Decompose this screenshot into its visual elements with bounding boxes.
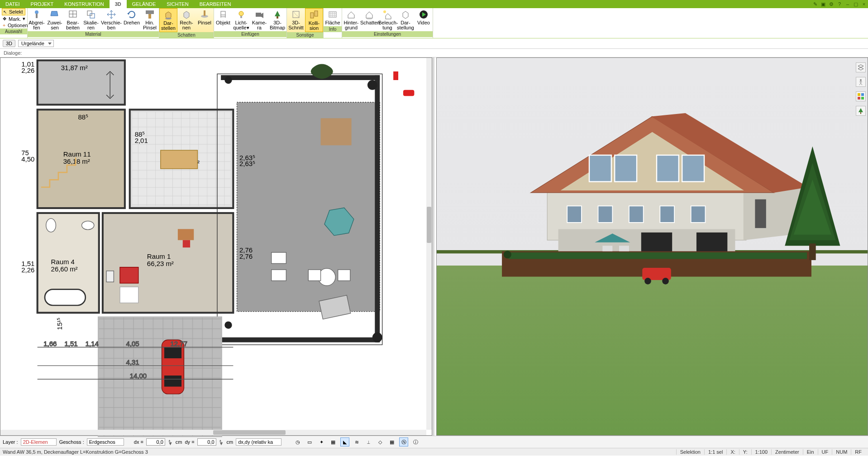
svg-point-41 <box>46 218 56 232</box>
scale-icon <box>85 9 97 20</box>
rechnen-button[interactable]: Rech- nen <box>177 8 196 32</box>
bearbeiten-button[interactable]: Bear- beiten <box>64 8 82 31</box>
layer-label: Layer : <box>3 439 18 445</box>
cube-shadow-icon <box>162 10 175 20</box>
tab-konstruktion[interactable]: KONSTRUKTION <box>59 0 109 8</box>
view-select[interactable]: Urgelände <box>18 40 54 47</box>
plan-2d-pane[interactable]: 1,01 2,26 75 4,50 1,51 2,26 31,87 m² Rau… <box>0 57 432 436</box>
verschieben-button[interactable]: Verschie- ben <box>100 8 123 31</box>
schnitt-button[interactable]: 3D- Schnitt <box>287 8 305 32</box>
darstellung-button[interactable]: Dar- stellung <box>396 8 415 31</box>
svg-rect-50 <box>178 229 194 240</box>
svg-rect-119 <box>602 246 612 251</box>
group-auswahl: ↖Selekt ✥Mark.▾ ＋Optionen Auswahl <box>0 8 28 38</box>
zuweisen-button[interactable]: Zuwei- sen <box>46 8 64 31</box>
splitter[interactable] <box>432 57 434 436</box>
svg-point-58 <box>367 80 377 90</box>
hintergrund-button[interactable]: Hinter- grund <box>342 8 360 31</box>
collision-icon <box>308 10 320 20</box>
group-einfuegen: Objekt Licht- quelle▾ Kame- ra 3D- Bitma… <box>214 8 287 38</box>
tab-gelaende[interactable]: GELÄNDE <box>127 0 162 8</box>
pinsel-button[interactable]: Pinsel <box>196 8 214 32</box>
view-mode-tag[interactable]: 3D <box>3 40 15 47</box>
svg-rect-127 <box>858 93 860 96</box>
camera-icon <box>253 9 266 20</box>
maximize-icon[interactable]: ▢ <box>852 0 860 8</box>
kollision-button[interactable]: Kolli- sion <box>305 8 323 32</box>
svg-rect-65 <box>272 252 286 263</box>
video-button[interactable]: Video <box>415 8 433 31</box>
svg-rect-103 <box>589 155 611 182</box>
svg-rect-55 <box>375 75 380 342</box>
svg-rect-117 <box>508 252 806 259</box>
svg-text:14,00: 14,00 <box>130 372 147 380</box>
group-label: Auswahl <box>0 28 27 34</box>
hinpinsel-button[interactable]: Hin. Pinsel <box>141 8 159 31</box>
bitmap-button[interactable]: 3D- Bitmap <box>268 8 286 31</box>
tab-bearbeiten[interactable]: BEARBEITEN <box>194 0 237 8</box>
status-scale: 1:100 <box>751 449 772 455</box>
svg-text:4,31: 4,31 <box>126 358 139 366</box>
objekt-button[interactable]: Objekt <box>214 8 232 31</box>
svg-text:88⁵: 88⁵ <box>78 113 88 121</box>
mark-button[interactable]: ✥Mark.▾ <box>2 15 25 22</box>
eyedropper-icon <box>30 9 43 20</box>
kamera-button[interactable]: Kame- ra <box>250 8 268 31</box>
tab-datei[interactable]: DATEI <box>0 0 25 8</box>
window-icon[interactable]: ▣ <box>819 0 827 8</box>
svg-rect-106 <box>682 155 704 182</box>
tree-tool-icon[interactable] <box>856 106 866 116</box>
svg-rect-9 <box>204 10 205 16</box>
svg-text:Raum 11: Raum 11 <box>63 150 91 158</box>
svg-rect-6 <box>148 14 151 19</box>
pencil-icon[interactable]: ✎ <box>811 0 819 8</box>
svg-text:36,18 m²: 36,18 m² <box>63 157 90 165</box>
optionen-button[interactable]: ＋Optionen <box>2 22 25 28</box>
selekt-button[interactable]: ↖Selekt <box>2 8 25 15</box>
render-icon <box>399 9 412 20</box>
scroll-horizontal[interactable] <box>0 430 426 435</box>
beleuchtung-button[interactable]: Beleuch- tung <box>378 8 396 31</box>
svg-rect-70 <box>393 71 398 80</box>
settings-icon[interactable]: ⚙ <box>827 0 835 8</box>
svg-point-42 <box>82 221 94 230</box>
group-label: Sonstige <box>287 32 323 38</box>
tab-projekt[interactable]: PROJEKT <box>25 0 59 8</box>
svg-text:Raum 1: Raum 1 <box>147 252 171 260</box>
abgreifen-button[interactable]: Abgrei- fen <box>28 8 46 31</box>
svg-text:31,87 m²: 31,87 m² <box>61 64 88 71</box>
drehen-button[interactable]: Drehen <box>123 8 141 31</box>
walk-icon[interactable] <box>856 77 866 87</box>
schatten-button[interactable]: Schatten <box>360 8 378 31</box>
geschoss-label: Geschoss : <box>59 439 84 445</box>
tab-3d[interactable]: 3D <box>110 0 127 8</box>
chair-icon <box>217 9 229 20</box>
view-3d-pane[interactable] <box>436 57 868 436</box>
svg-rect-109 <box>629 206 643 223</box>
svg-rect-12 <box>240 16 242 18</box>
svg-rect-129 <box>858 97 860 100</box>
cube-icon <box>180 9 193 20</box>
svg-rect-73 <box>99 318 221 436</box>
layers-icon[interactable] <box>856 62 866 72</box>
minimize-icon[interactable]: – <box>844 0 852 8</box>
group-label: Material <box>28 31 159 37</box>
palette-icon[interactable] <box>856 91 866 101</box>
help-icon[interactable]: ? <box>835 0 844 8</box>
tab-sichten[interactable]: SICHTEN <box>161 0 194 8</box>
group-schatten: Dar- stellen Rech- nen Pinsel Schatten <box>159 8 214 38</box>
svg-rect-75 <box>164 347 181 358</box>
scroll-vertical[interactable] <box>426 58 432 430</box>
svg-point-20 <box>383 10 386 13</box>
bulb-icon <box>235 9 248 20</box>
dialog-bar: Dialoge: <box>0 49 868 57</box>
group-label: Einstellungen <box>342 31 433 37</box>
flaeche-button[interactable]: Fläche <box>324 8 342 26</box>
lichtquelle-button[interactable]: Licht- quelle▾ <box>232 8 250 31</box>
svg-text:2,26: 2,26 <box>21 66 34 74</box>
skalieren-button[interactable]: Skalie- ren <box>82 8 100 31</box>
menu-tabs: DATEI PROJEKT KONSTRUKTION 3D GELÄNDE SI… <box>0 0 868 8</box>
darstellen-button[interactable]: Dar- stellen <box>159 8 177 32</box>
close-icon[interactable]: × <box>860 0 868 8</box>
svg-text:2,63⁵: 2,63⁵ <box>239 160 255 167</box>
